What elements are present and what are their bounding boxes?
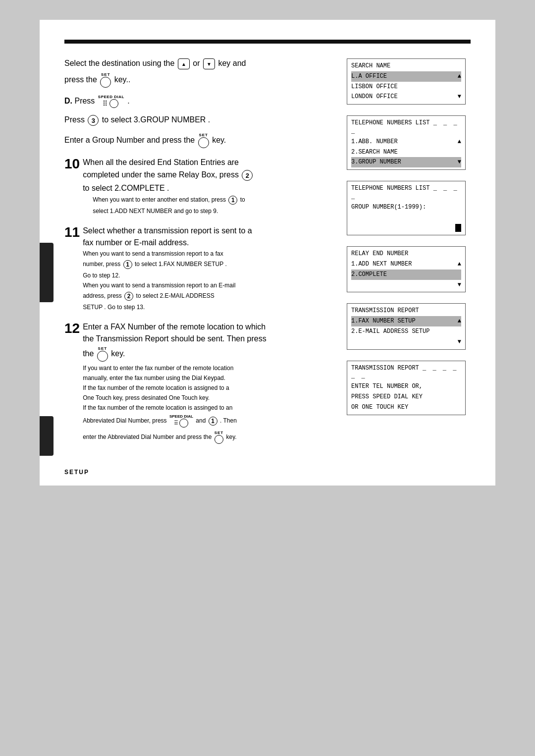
set-btn-inline (109, 99, 118, 108)
lcd-panel-1: SEARCH NAME L.A OFFICE ▲ LISBON OFFICE L… (347, 58, 466, 105)
speed-dial-group-1: SPEED DIAL ⠿ (98, 95, 124, 108)
section-d: D. Press SPEED DIAL ⠿ . (64, 95, 342, 108)
down-arrow-icon: ▼ (203, 58, 215, 69)
lcd-panel-5: TRANSMISSION REPORT 1.FAX NUMBER SETUP ▲… (347, 303, 466, 349)
intro-line1: Select the destination using the ▲ or ▼ … (64, 58, 342, 69)
lcd-panel-2: TELEPHONE NUMBERS LIST _ _ _ _ 1.ABB. NU… (347, 115, 466, 170)
lcd-row: TRANSMISSION REPORT (351, 306, 461, 316)
up-arrow-icon: ▲ (178, 58, 190, 69)
lcd-row: GROUP NUMBER(1-1999): (351, 202, 461, 213)
lcd-row: LISBON OFFICE (351, 82, 461, 92)
lcd-row: 2.SEARCH NAME (351, 147, 461, 158)
lcd-row (351, 213, 461, 223)
lcd-row: OR ONE TOUCH KEY (351, 402, 461, 413)
circle-1-step11: 1 (123, 260, 132, 269)
step-12-num: 12 (64, 322, 80, 335)
lcd-row: 3.GROUP NUMBER ▼ (351, 157, 461, 167)
lcd-row: 2.COMPLETE (351, 270, 461, 280)
cursor-block (455, 224, 461, 232)
page: Select the destination using the ▲ or ▼ … (40, 20, 495, 486)
circle-3: 3 (88, 115, 99, 126)
step-11-body: Select whether a transmission report is … (83, 226, 252, 314)
lcd-row: TELEPHONE NUMBERS LIST _ _ _ _ (351, 183, 461, 202)
set-button-1: SET (100, 72, 111, 88)
right-column: SEARCH NAME L.A OFFICE ▲ LISBON OFFICE L… (347, 58, 471, 456)
enter-group-text1: Enter a Group Number and press the (64, 136, 195, 144)
set-button-2: SET (198, 133, 209, 148)
lcd-row (351, 222, 461, 233)
left-tab-bottom (40, 416, 54, 456)
footer-label: SETUP (64, 469, 89, 476)
lcd-row: TRANSMISSION REPORT _ _ _ _ _ _ (351, 363, 461, 382)
circle-2-step10: 2 (242, 170, 253, 181)
press-3-section: Press 3 to select 3.GROUP NUMBER . (64, 115, 342, 126)
lcd-row: ENTER TEL NUMBER OR, (351, 381, 461, 392)
step-11-num: 11 (64, 225, 80, 239)
lcd-row: 2.E-MAIL ADDRESS SETUP (351, 326, 461, 337)
lcd-row: RELAY END NUMBER (351, 249, 461, 259)
lcd-row: PRESS SPEED DIAL KEY (351, 392, 461, 402)
press-3-desc: to select 3.GROUP NUMBER . (102, 115, 210, 124)
top-bar (64, 40, 471, 44)
left-tab-top (40, 243, 54, 302)
lcd-row: 1.FAX NUMBER SETUP ▲ (351, 316, 461, 326)
step-10-num: 10 (64, 157, 80, 171)
step-12: 12 Enter a FAX Number of the remote loca… (64, 323, 342, 447)
lcd-panel-6: TRANSMISSION REPORT _ _ _ _ _ _ ENTER TE… (347, 361, 466, 415)
lcd-row: ▼ (351, 280, 461, 290)
lcd-row: 1.ABB. NUMBER ▲ (351, 137, 461, 147)
intro-section: Select the destination using the ▲ or ▼ … (64, 58, 342, 88)
step-12-body: Enter a FAX Number of the remote locatio… (83, 323, 267, 447)
set-button-3: SET (97, 346, 108, 362)
lcd-row: ▼ (351, 337, 461, 347)
press-3-text: Press (64, 115, 85, 124)
circle-1-step12: 1 (209, 417, 217, 426)
lcd-row: TELEPHONE NUMBERS LIST _ _ _ _ (351, 118, 461, 137)
lcd-row: LONDON OFFICE ▼ (351, 92, 461, 102)
step-10-body: When all the desired End Station Entries… (83, 158, 254, 217)
lcd-panel-3: TELEPHONE NUMBERS LIST _ _ _ _ GROUP NUM… (347, 181, 466, 235)
set-button-4: SET (214, 431, 224, 444)
lcd-row: 1.ADD NEXT NUMBER ▲ (351, 259, 461, 270)
enter-group-section: Enter a Group Number and press the SET k… (64, 133, 342, 148)
left-column: Select the destination using the ▲ or ▼ … (64, 58, 347, 456)
step-11: 11 Select whether a transmission report … (64, 226, 342, 314)
lcd-row: L.A OFFICE ▲ (351, 71, 461, 82)
speed-dial-group-2: SPEED DIAL ⠿ (169, 414, 193, 428)
lcd-panel-4: RELAY END NUMBER 1.ADD NEXT NUMBER ▲ 2.C… (347, 246, 466, 292)
section-d-label: D. (64, 97, 72, 105)
lcd-row: SEARCH NAME (351, 61, 461, 71)
intro-line2: press the SET key.. (64, 72, 342, 88)
step-10: 10 When all the desired End Station Entr… (64, 158, 342, 217)
enter-group-text2: key. (212, 136, 226, 144)
circle-1-step10: 1 (228, 196, 237, 205)
circle-2-step11: 2 (124, 292, 133, 301)
